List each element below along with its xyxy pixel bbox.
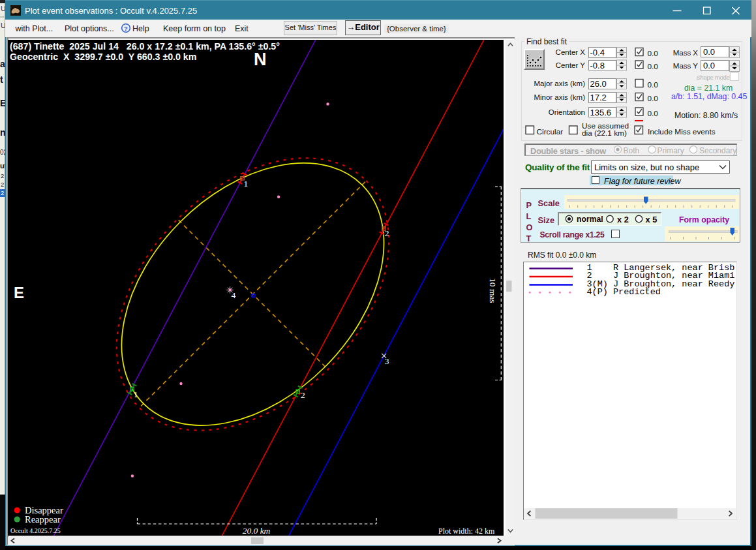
svg-text:20.0 km: 20.0 km [243,526,271,536]
svg-text:(687) Tinette 2025 Jul 14 2: (687) Tinette 2025 Jul 14 26.0 x 17.2 ±0… [10,41,280,52]
svg-text:Geocentric X 3299.7 ±0.0 Y: Geocentric X 3299.7 ±0.0 Y 660.3 ±0.0 km [10,52,196,62]
svg-text:N: N [254,50,267,69]
svg-text:?: ? [124,25,128,32]
svg-text:2: 2 [301,390,305,400]
svg-text:Plot width: 42 km: Plot width: 42 km [438,527,495,536]
svg-text:4: 4 [232,290,236,300]
svg-text:E: E [14,284,24,301]
svg-text:Reappear: Reappear [25,514,61,525]
svg-text:10 mas: 10 mas [488,278,498,303]
svg-text:3: 3 [385,356,389,366]
svg-text:2: 2 [385,228,389,238]
svg-text:Occult 4.2025.7.25: Occult 4.2025.7.25 [10,527,61,534]
svg-text:1: 1 [244,179,249,189]
svg-text:1: 1 [134,390,138,399]
